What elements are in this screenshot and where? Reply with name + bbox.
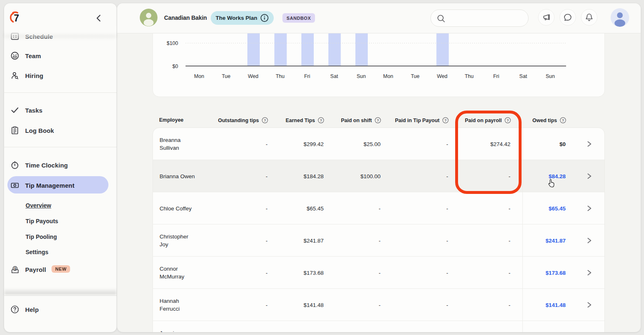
svg-text:?: ?: [377, 118, 379, 123]
svg-text:Thu: Thu: [465, 73, 474, 79]
svg-text:?: ?: [444, 118, 447, 123]
svg-text:Mon: Mon: [383, 73, 393, 79]
svg-text:Thu: Thu: [276, 73, 285, 79]
svg-text:$0: $0: [172, 64, 178, 69]
svg-text:7: 7: [14, 13, 19, 24]
svg-text:Tue: Tue: [411, 73, 419, 79]
svg-text:?: ?: [562, 118, 564, 123]
svg-text:Sun: Sun: [545, 73, 555, 79]
svg-text:Sat: Sat: [330, 73, 338, 79]
svg-text:Mon: Mon: [194, 73, 204, 79]
svg-text:Wed: Wed: [437, 73, 448, 79]
svg-text:Sun: Sun: [357, 73, 366, 79]
svg-text:Tue: Tue: [222, 73, 230, 79]
svg-text:Fri: Fri: [493, 73, 499, 79]
svg-text:?: ?: [320, 118, 322, 123]
svg-text:?: ?: [264, 118, 266, 123]
svg-text:Sat: Sat: [519, 73, 527, 79]
svg-text:Wed: Wed: [248, 73, 259, 79]
svg-text:$: $: [14, 267, 16, 271]
svg-text:$100: $100: [167, 40, 178, 46]
svg-text:Fri: Fri: [304, 73, 310, 79]
